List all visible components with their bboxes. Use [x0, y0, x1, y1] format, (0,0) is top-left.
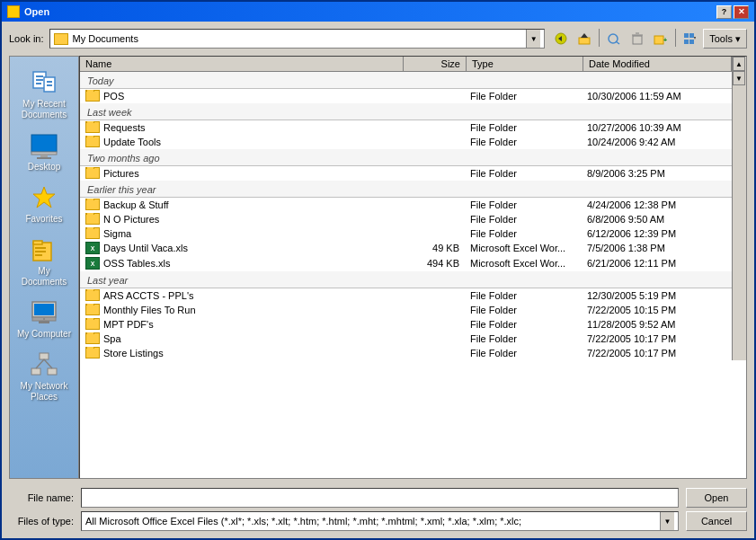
- svg-marker-3: [581, 33, 588, 38]
- svg-rect-11: [684, 33, 689, 38]
- file-list-scroll[interactable]: Name Size Type Date Modified Today POS F…: [80, 57, 732, 360]
- new-folder-button[interactable]: +: [650, 29, 672, 49]
- col-header-date[interactable]: Date Modified: [583, 57, 732, 71]
- file-date-cell: 7/5/2006 1:38 PM: [583, 243, 732, 253]
- title-bar: Open ? ✕: [2, 2, 754, 22]
- dialog-icon: [7, 5, 20, 18]
- svg-rect-14: [689, 40, 694, 44]
- file-name-cell: MPT PDF's: [80, 318, 404, 330]
- group-label: Earlier this year: [80, 181, 732, 198]
- file-type-cell: File Folder: [467, 319, 583, 330]
- main-area: My Recent Documents Desktop: [9, 56, 747, 479]
- sidebar-item-network[interactable]: My Network Places: [13, 346, 76, 407]
- close-button[interactable]: ✕: [734, 5, 749, 19]
- filetype-dropdown-arrow[interactable]: ▼: [660, 512, 674, 530]
- scrollbar[interactable]: ▲ ▼: [732, 57, 746, 360]
- sidebar-item-label-network: My Network Places: [15, 381, 73, 403]
- files-of-type-label: Files of type:: [9, 516, 74, 527]
- table-row[interactable]: Pictures File Folder 8/9/2006 3:25 PM: [80, 166, 732, 181]
- file-date-cell: 11/28/2005 9:52 AM: [583, 319, 732, 330]
- tools-dropdown-button[interactable]: Tools ▾: [703, 29, 747, 49]
- svg-rect-6: [633, 36, 642, 44]
- bottom-combined: File name: Files of type: All Microsoft …: [9, 488, 747, 531]
- filetype-row: Files of type: All Microsoft Office Exce…: [9, 511, 679, 531]
- views-button[interactable]: [680, 29, 701, 49]
- svg-rect-38: [40, 353, 49, 359]
- file-name-input[interactable]: [81, 488, 679, 508]
- file-name-cell: N O Pictures: [80, 213, 404, 225]
- sidebar-item-desktop[interactable]: Desktop: [13, 127, 76, 177]
- svg-rect-19: [36, 83, 41, 84]
- svg-rect-22: [47, 84, 52, 86]
- table-row[interactable]: Sigma File Folder 6/12/2006 12:39 PM: [80, 226, 732, 241]
- table-row[interactable]: X Days Until Vaca.xls 49 KB Microsoft Ex…: [80, 241, 732, 256]
- file-name-cell: Backup & Stuff: [80, 199, 404, 210]
- help-button[interactable]: ?: [716, 5, 732, 19]
- cancel-button[interactable]: Cancel: [686, 511, 747, 531]
- folder-icon: [85, 304, 100, 315]
- title-buttons: ? ✕: [716, 5, 749, 19]
- sidebar-item-my-documents[interactable]: My Documents: [13, 231, 76, 292]
- title-bar-left: Open: [7, 5, 49, 18]
- svg-rect-29: [33, 241, 42, 244]
- recent-docs-icon: [30, 68, 58, 97]
- file-date-cell: 6/12/2006 12:39 PM: [583, 228, 732, 239]
- toolbar-row: Look in: My Documents ▼: [9, 27, 747, 50]
- file-name-text: N O Pictures: [103, 214, 159, 225]
- table-row[interactable]: X OSS Tables.xls 494 KB Microsoft Excel …: [80, 256, 732, 271]
- svg-rect-26: [37, 157, 51, 159]
- svg-rect-9: [654, 36, 663, 44]
- file-date-cell: 12/30/2005 5:19 PM: [583, 290, 732, 301]
- open-button[interactable]: Open: [686, 488, 747, 508]
- table-row[interactable]: MPT PDF's File Folder 11/28/2005 9:52 AM: [80, 317, 732, 332]
- table-row[interactable]: Update Tools File Folder 10/24/2006 9:42…: [80, 135, 732, 149]
- file-type-cell: File Folder: [467, 214, 583, 225]
- svg-rect-18: [36, 79, 43, 81]
- file-name-cell: Pictures: [80, 167, 404, 179]
- svg-rect-31: [35, 251, 46, 252]
- svg-rect-34: [34, 304, 54, 315]
- file-name-text: ARS ACCTS - PPL's: [103, 290, 194, 301]
- current-folder-text: My Documents: [73, 33, 527, 44]
- file-date-cell: 7/22/2005 10:15 PM: [583, 305, 732, 315]
- my-documents-icon: [30, 235, 58, 264]
- search-web-button[interactable]: [603, 29, 625, 49]
- svg-marker-27: [33, 187, 55, 208]
- sidebar-item-recent[interactable]: My Recent Documents: [13, 64, 76, 125]
- up-folder-button[interactable]: [574, 29, 595, 49]
- delete-button[interactable]: [627, 29, 648, 49]
- file-type-cell: File Folder: [467, 168, 583, 179]
- files-of-type-text: All Microsoft Office Excel Files (*.xl*;…: [85, 516, 660, 527]
- col-header-size[interactable]: Size: [404, 57, 467, 71]
- folder-icon: [85, 213, 100, 225]
- sidebar-item-my-computer[interactable]: My Computer: [13, 294, 76, 344]
- file-name-cell: Sigma: [80, 227, 404, 239]
- svg-text:+: +: [663, 37, 667, 43]
- table-row[interactable]: Requests File Folder 10/27/2006 10:39 AM: [80, 120, 732, 135]
- svg-line-42: [44, 359, 52, 368]
- table-row[interactable]: N O Pictures File Folder 6/8/2006 9:50 A…: [80, 212, 732, 226]
- table-row[interactable]: Backup & Stuff File Folder 4/24/2006 12:…: [80, 198, 732, 212]
- look-in-label: Look in:: [9, 33, 44, 44]
- sidebar-item-favorites[interactable]: Favorites: [13, 179, 76, 229]
- file-date-cell: 4/24/2006 12:38 PM: [583, 199, 732, 210]
- file-type-cell: File Folder: [467, 137, 583, 147]
- file-type-cell: Microsoft Excel Wor...: [467, 243, 583, 253]
- file-name-text: Pictures: [103, 168, 139, 179]
- table-row[interactable]: Spa File Folder 7/22/2005 10:17 PM: [80, 332, 732, 346]
- look-in-combo[interactable]: My Documents ▼: [49, 29, 546, 49]
- bottom-area: File name: Files of type: All Microsoft …: [9, 484, 747, 531]
- dialog-title: Open: [24, 6, 49, 17]
- desktop-icon: [30, 131, 58, 160]
- combo-dropdown-arrow[interactable]: ▼: [526, 30, 540, 48]
- table-row[interactable]: Store Listings File Folder 7/22/2005 10:…: [80, 346, 732, 360]
- back-button[interactable]: [550, 29, 572, 49]
- table-row[interactable]: Monthly Files To Run File Folder 7/22/20…: [80, 303, 732, 317]
- files-of-type-combo[interactable]: All Microsoft Office Excel Files (*.xl*;…: [81, 511, 679, 531]
- table-row[interactable]: ARS ACCTS - PPL's File Folder 12/30/2005…: [80, 288, 732, 303]
- col-header-type[interactable]: Type: [467, 57, 583, 71]
- table-row[interactable]: POS File Folder 10/30/2006 11:59 AM: [80, 89, 732, 103]
- file-type-cell: Microsoft Excel Wor...: [467, 258, 583, 269]
- col-header-name[interactable]: Name: [80, 57, 404, 71]
- folder-icon: [85, 199, 100, 210]
